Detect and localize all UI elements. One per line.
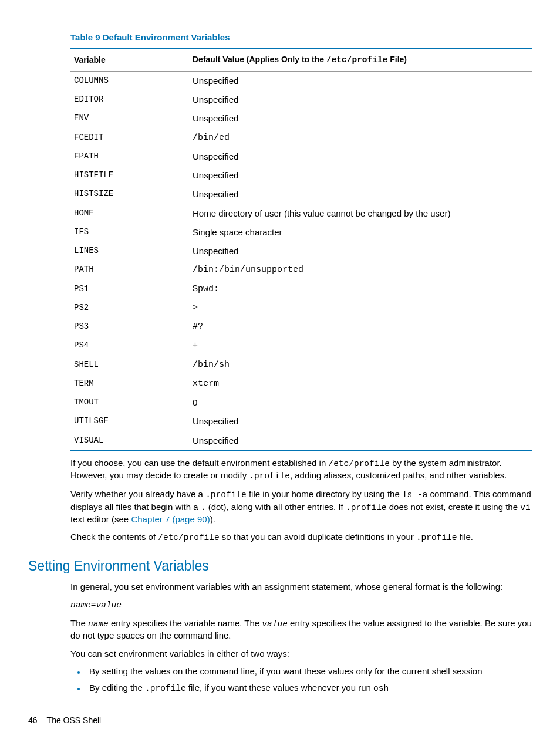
link-chapter-7[interactable]: Chapter 7 (page 90): [131, 514, 210, 524]
cell-variable: TERM: [70, 374, 189, 393]
col-variable: Variable: [70, 49, 189, 71]
paragraph: The name entry specifies the variable na…: [70, 617, 532, 642]
table-row: PATH/bin:/bin/unsupported: [70, 261, 532, 279]
table-row: IFSSingle space character: [70, 223, 532, 242]
table-row: SHELL/bin/sh: [70, 356, 532, 374]
table-row: LINESUnspecified: [70, 242, 532, 261]
cell-variable: COLUMNS: [70, 71, 189, 90]
cell-default: Unspecified: [189, 431, 532, 451]
cell-variable: EDITOR: [70, 90, 189, 109]
cell-default: $pwd:: [189, 280, 532, 299]
list-item: By setting the values on the command lin…: [86, 666, 532, 677]
section-body: In general, you set environment variable…: [70, 581, 532, 695]
table-row: HISTFILEUnspecified: [70, 166, 532, 185]
cell-variable: UTILSGE: [70, 412, 189, 431]
table-header-row: Variable Default Value (Applies Only to …: [70, 49, 532, 71]
table-row: VISUALUnspecified: [70, 431, 532, 451]
cell-default: /bin/ed: [189, 129, 532, 147]
table-row: PS2>: [70, 299, 532, 318]
section-heading: Setting Environment Variables: [28, 557, 532, 575]
table-row: EDITORUnspecified: [70, 90, 532, 109]
table-row: HISTSIZEUnspecified: [70, 185, 532, 204]
paragraph: You can set environment variables in eit…: [70, 648, 532, 660]
cell-variable: VISUAL: [70, 431, 189, 451]
table-block: Table 9 Default Environment Variables Va…: [70, 32, 532, 451]
cell-default: Unspecified: [189, 90, 532, 109]
body-text: If you choose, you can use the default e…: [70, 457, 532, 544]
cell-variable: PS1: [70, 280, 189, 299]
bullet-list: By setting the values on the command lin…: [70, 666, 532, 695]
table-row: TMOUT0: [70, 393, 532, 412]
cell-default: Single space character: [189, 223, 532, 242]
cell-variable: PS3: [70, 318, 189, 336]
cell-variable: PS2: [70, 299, 189, 318]
cell-default: #?: [189, 318, 532, 336]
chapter-title: The OSS Shell: [47, 715, 102, 725]
cell-variable: HISTFILE: [70, 166, 189, 185]
env-table: Variable Default Value (Applies Only to …: [70, 48, 532, 451]
table-row: PS3#?: [70, 318, 532, 336]
cell-variable: FCEDIT: [70, 129, 189, 147]
paragraph: In general, you set environment variable…: [70, 581, 532, 593]
table-row: FCEDIT/bin/ed: [70, 129, 532, 147]
cell-default: Unspecified: [189, 166, 532, 185]
cell-default: Home directory of user (this value canno…: [189, 204, 532, 223]
paragraph: Check the contents of /etc/profile so th…: [70, 531, 532, 544]
cell-variable: HISTSIZE: [70, 185, 189, 204]
cell-default: Unspecified: [189, 242, 532, 261]
cell-variable: TMOUT: [70, 393, 189, 412]
cell-default: Unspecified: [189, 71, 532, 90]
cell-variable: IFS: [70, 223, 189, 242]
table-row: HOMEHome directory of user (this value c…: [70, 204, 532, 223]
cell-variable: LINES: [70, 242, 189, 261]
table-row: COLUMNSUnspecified: [70, 71, 532, 90]
table-row: PS4+: [70, 336, 532, 355]
table-row: ENVUnspecified: [70, 109, 532, 128]
table-caption: Table 9 Default Environment Variables: [70, 32, 532, 43]
cell-variable: FPATH: [70, 147, 189, 166]
table-row: TERMxterm: [70, 374, 532, 393]
cell-default: >: [189, 299, 532, 318]
page-footer: 46The OSS Shell: [28, 715, 101, 726]
cell-default: Unspecified: [189, 185, 532, 204]
paragraph: Verify whether you already have a .profi…: [70, 488, 532, 525]
cell-variable: HOME: [70, 204, 189, 223]
syntax-line: name=value: [70, 599, 532, 612]
col-default: Default Value (Applies Only to the /etc/…: [189, 49, 532, 71]
cell-variable: SHELL: [70, 356, 189, 374]
cell-default: /bin/sh: [189, 356, 532, 374]
cell-default: Unspecified: [189, 109, 532, 128]
cell-variable: PATH: [70, 261, 189, 279]
cell-variable: ENV: [70, 109, 189, 128]
list-item: By editing the .profile file, if you wan…: [86, 682, 532, 695]
cell-default: /bin:/bin/unsupported: [189, 261, 532, 279]
table-row: PS1$pwd:: [70, 280, 532, 299]
table-row: UTILSGEUnspecified: [70, 412, 532, 431]
cell-default: xterm: [189, 374, 532, 393]
paragraph: If you choose, you can use the default e…: [70, 457, 532, 482]
cell-default: Unspecified: [189, 412, 532, 431]
page-number: 46: [28, 715, 38, 725]
cell-default: Unspecified: [189, 147, 532, 166]
table-row: FPATHUnspecified: [70, 147, 532, 166]
cell-default: 0: [189, 393, 532, 412]
cell-default: +: [189, 336, 532, 355]
cell-variable: PS4: [70, 336, 189, 355]
